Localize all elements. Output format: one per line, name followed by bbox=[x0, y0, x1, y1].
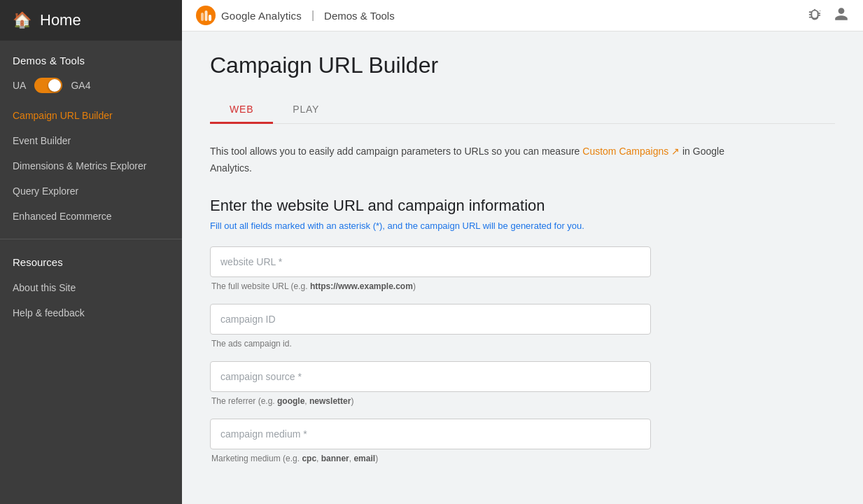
campaign-source-hint: The referrer (e.g. google, newsletter) bbox=[211, 396, 835, 406]
sidebar-item-campaign-url-builder[interactable]: Campaign URL Builder bbox=[0, 103, 182, 128]
section-heading: Enter the website URL and campaign infor… bbox=[210, 197, 835, 215]
home-header[interactable]: 🏠 Home bbox=[0, 0, 182, 41]
svg-rect-2 bbox=[205, 10, 208, 21]
description-text1: This tool allows you to easily add campa… bbox=[210, 146, 582, 157]
tab-web[interactable]: WEB bbox=[210, 95, 273, 123]
toggle-ua-label: UA bbox=[13, 80, 26, 91]
sidebar-item-dimensions-metrics[interactable]: Dimensions & Metrics Explorer bbox=[0, 153, 182, 178]
website-url-hint: The full website URL (e.g. https://www.e… bbox=[211, 281, 835, 291]
ua-ga4-toggle[interactable] bbox=[34, 78, 62, 93]
page-title: Campaign URL Builder bbox=[210, 52, 835, 78]
ga-logo-icon bbox=[196, 6, 216, 25]
toggle-ga4-label: GA4 bbox=[71, 80, 90, 91]
campaign-source-group: The referrer (e.g. google, newsletter) bbox=[210, 361, 835, 406]
toggle-thumb bbox=[48, 79, 61, 92]
home-icon: 🏠 bbox=[13, 11, 31, 29]
campaign-source-input[interactable] bbox=[210, 361, 651, 392]
campaign-id-input[interactable] bbox=[210, 304, 651, 335]
custom-campaigns-link[interactable]: Custom Campaigns ↗ bbox=[582, 146, 680, 157]
tab-bar: WEB PLAY bbox=[210, 95, 835, 124]
user-icon[interactable] bbox=[834, 6, 849, 25]
sidebar-item-help-feedback[interactable]: Help & feedback bbox=[0, 300, 182, 326]
campaign-id-hint: The ads campaign id. bbox=[211, 339, 835, 349]
sidebar-item-event-builder[interactable]: Event Builder bbox=[0, 128, 182, 153]
topbar-divider: | bbox=[311, 9, 314, 22]
sidebar-item-about-site[interactable]: About this Site bbox=[0, 275, 182, 300]
main-content: Google Analytics | Demos & Tools Campaig… bbox=[182, 0, 863, 504]
topbar-icons bbox=[807, 6, 849, 25]
website-url-group: The full website URL (e.g. https://www.e… bbox=[210, 246, 835, 291]
topbar: Google Analytics | Demos & Tools bbox=[182, 0, 863, 31]
campaign-medium-hint: Marketing medium (e.g. cpc, banner, emai… bbox=[211, 454, 835, 463]
sidebar-item-query-explorer[interactable]: Query Explorer bbox=[0, 178, 182, 204]
sidebar: 🏠 Home Demos & Tools UA GA4 Campaign URL… bbox=[0, 0, 182, 504]
campaign-id-group: The ads campaign id. bbox=[210, 304, 835, 349]
website-url-input[interactable] bbox=[210, 246, 651, 277]
sidebar-divider bbox=[0, 239, 182, 239]
topbar-subtitle: Demos & Tools bbox=[324, 10, 395, 22]
bug-icon[interactable] bbox=[807, 6, 822, 25]
topbar-brand: Google Analytics bbox=[221, 10, 302, 22]
campaign-medium-group: Marketing medium (e.g. cpc, banner, emai… bbox=[210, 419, 835, 463]
tool-description: This tool allows you to easily add campa… bbox=[210, 144, 742, 177]
svg-rect-3 bbox=[209, 15, 211, 21]
section-subtext: Fill out all fields marked with an aster… bbox=[210, 220, 835, 231]
svg-rect-1 bbox=[201, 13, 204, 21]
ua-ga4-toggle-row: UA GA4 bbox=[0, 74, 182, 103]
campaign-medium-input[interactable] bbox=[210, 419, 651, 449]
resources-title: Resources bbox=[0, 249, 182, 275]
demos-tools-title: Demos & Tools bbox=[0, 41, 182, 74]
sidebar-item-enhanced-ecommerce[interactable]: Enhanced Ecommerce bbox=[0, 204, 182, 229]
home-label: Home bbox=[40, 11, 81, 29]
tab-play[interactable]: PLAY bbox=[273, 95, 339, 123]
page-content: Campaign URL Builder WEB PLAY This tool … bbox=[182, 31, 863, 504]
